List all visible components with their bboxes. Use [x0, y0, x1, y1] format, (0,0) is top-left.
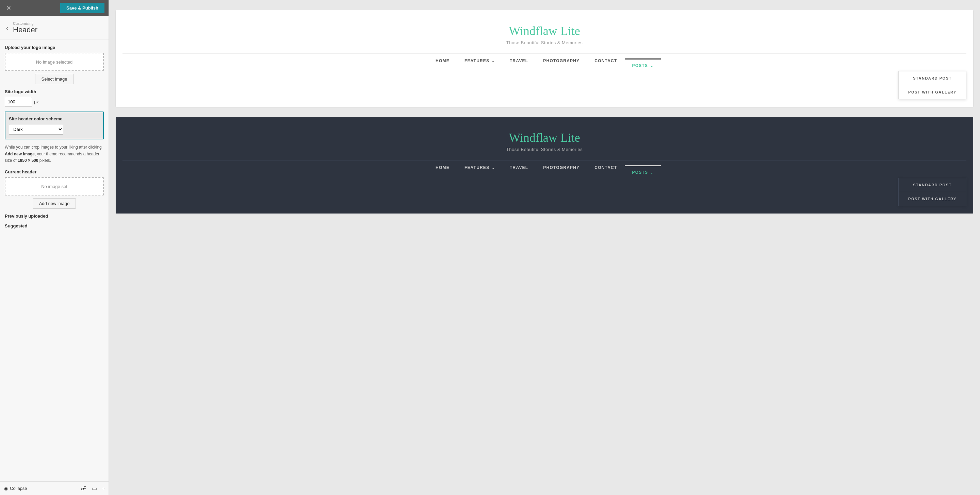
header-label: Header — [13, 25, 37, 34]
panel-content: Upload your logo image No image selected… — [0, 40, 108, 481]
tablet-icon[interactable]: ▭ — [92, 485, 97, 492]
posts-chevron-icon: ⌄ — [650, 64, 653, 68]
top-bar: ✕ Save & Publish — [0, 0, 108, 16]
sidebar: ✕ Save & Publish ‹ Customizing Header Up… — [0, 0, 109, 495]
upload-logo-section: Upload your logo image No image selected… — [5, 45, 104, 84]
dark-site-tagline: Those Beautiful Stories & Memories — [123, 147, 966, 152]
collapse-button[interactable]: ◉ Collapse — [4, 486, 27, 491]
suggested-section: Suggested — [5, 224, 104, 228]
dark-nav: HOME FEATURES ⌄ TRAVEL PHOTOGRAPHY CONTA… — [123, 160, 966, 179]
no-image-box: No image selected — [5, 53, 104, 71]
light-nav-contact[interactable]: CONTACT — [587, 59, 624, 68]
light-nav: HOME FEATURES ⌄ TRAVEL PHOTOGRAPHY CONTA… — [123, 53, 966, 73]
close-button[interactable]: ✕ — [4, 4, 13, 13]
customizing-label: Customizing — [13, 21, 37, 25]
desktop-icon[interactable]: ☍ — [81, 485, 86, 492]
light-dropdown-post-with-gallery[interactable]: POST WITH GALLERY — [899, 85, 966, 99]
suggested-label: Suggested — [5, 224, 104, 228]
light-nav-travel[interactable]: TRAVEL — [502, 59, 536, 68]
dark-preview-header: Windflaw Lite Those Beautiful Stories & … — [116, 117, 973, 179]
breadcrumb-text: Customizing Header — [13, 21, 37, 34]
add-new-image-button[interactable]: Add new image — [33, 198, 76, 209]
width-row: px — [5, 97, 104, 107]
color-scheme-section: Site header color scheme Light Dark — [5, 111, 104, 140]
back-button[interactable]: ‹ — [5, 24, 10, 32]
dark-features-chevron-icon: ⌄ — [492, 166, 495, 170]
light-nav-photography[interactable]: PHOTOGRAPHY — [536, 59, 587, 68]
light-nav-home[interactable]: HOME — [428, 59, 457, 68]
dark-nav-photography[interactable]: PHOTOGRAPHY — [536, 165, 587, 175]
collapse-label: Collapse — [10, 486, 27, 491]
light-dropdown-standard-post[interactable]: STANDARD POST — [899, 71, 966, 85]
dark-dropdown-standard-post[interactable]: STANDARD POST — [899, 178, 966, 192]
no-image-set-box: No image set — [5, 177, 104, 195]
dark-site-title: Windflaw Lite — [123, 130, 966, 145]
breadcrumb: ‹ Customizing Header — [0, 16, 108, 40]
dark-preview-card: Windflaw Lite Those Beautiful Stories & … — [116, 117, 973, 214]
logo-width-section: Site logo width px — [5, 89, 104, 107]
light-preview-header: Windflaw Lite Those Beautiful Stories & … — [116, 10, 973, 73]
select-image-button[interactable]: Select Image — [35, 74, 74, 84]
save-publish-button[interactable]: Save & Publish — [60, 3, 105, 13]
collapse-circle-icon: ◉ — [4, 486, 8, 491]
dark-nav-features[interactable]: FEATURES ⌄ — [457, 165, 502, 175]
dark-nav-posts[interactable]: POSTS ⌄ — [625, 165, 661, 175]
info-text: While you can crop images to your liking… — [5, 144, 104, 164]
dark-nav-travel[interactable]: TRAVEL — [502, 165, 536, 175]
bottom-bar: ◉ Collapse ☍ ▭ ▫ — [0, 481, 108, 495]
light-preview-spacer — [116, 73, 973, 107]
logo-width-input[interactable] — [5, 97, 32, 107]
current-header-label: Current header — [5, 169, 104, 175]
main-preview: Windflaw Lite Those Beautiful Stories & … — [109, 0, 980, 495]
light-preview-card: Windflaw Lite Those Beautiful Stories & … — [116, 10, 973, 107]
no-image-text: No image selected — [36, 59, 73, 65]
device-icons: ☍ ▭ ▫ — [81, 485, 105, 492]
light-site-tagline: Those Beautiful Stories & Memories — [123, 40, 966, 45]
color-scheme-select[interactable]: Light Dark — [9, 124, 63, 135]
no-image-set-text: No image set — [41, 184, 67, 189]
light-site-title: Windflaw Lite — [123, 24, 966, 38]
features-chevron-icon: ⌄ — [492, 59, 495, 63]
light-nav-posts[interactable]: POSTS ⌄ — [625, 59, 661, 68]
upload-logo-label: Upload your logo image — [5, 45, 104, 50]
color-scheme-label: Site header color scheme — [9, 116, 100, 121]
light-posts-dropdown: STANDARD POST POST WITH GALLERY — [898, 71, 966, 99]
current-header-section: Current header No image set Add new imag… — [5, 169, 104, 209]
previously-uploaded-label: Previously uploaded — [5, 214, 104, 219]
logo-width-label: Site logo width — [5, 89, 104, 94]
dark-preview-spacer — [116, 179, 973, 214]
dark-posts-dropdown: STANDARD POST POST WITH GALLERY — [898, 178, 966, 206]
light-nav-features[interactable]: FEATURES ⌄ — [457, 59, 502, 68]
mobile-icon[interactable]: ▫ — [102, 485, 105, 492]
dark-dropdown-post-with-gallery[interactable]: POST WITH GALLERY — [899, 192, 966, 206]
dark-nav-contact[interactable]: CONTACT — [587, 165, 624, 175]
dark-nav-home[interactable]: HOME — [428, 165, 457, 175]
dark-posts-chevron-icon: ⌄ — [650, 171, 653, 175]
px-label: px — [34, 99, 39, 105]
previously-uploaded-section: Previously uploaded — [5, 214, 104, 219]
